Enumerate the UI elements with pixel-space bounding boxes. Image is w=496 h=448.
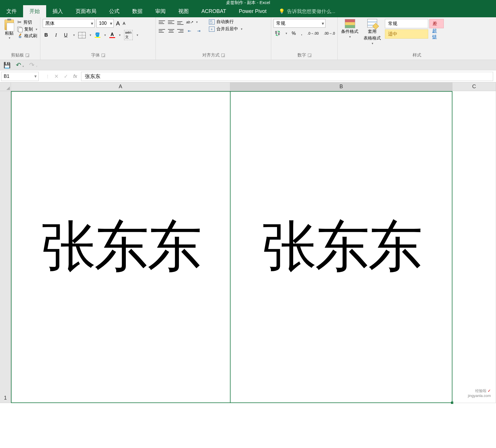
fx-icon[interactable]: fx — [73, 74, 77, 79]
cell-A1[interactable]: 张东东 — [11, 91, 230, 403]
table-label1: 套用 — [368, 29, 377, 34]
cell-style-bad[interactable]: 差 — [429, 19, 444, 28]
orientation-button[interactable]: ab↗ — [186, 19, 193, 25]
tab-formulas[interactable]: 公式 — [103, 5, 126, 17]
format-as-table-button[interactable]: 套用 表格格式 ▼ — [362, 19, 382, 45]
wen-char: 文 — [125, 35, 129, 39]
dialog-launcher-icon[interactable] — [26, 54, 29, 57]
tell-me-box[interactable]: 💡 告诉我您想要做什么... — [279, 5, 335, 17]
tab-acrobat[interactable]: ACROBAT — [195, 5, 233, 17]
group-styles: 条件格式 ▼ 套用 表格格式 ▼ 常规 差 适中 超链 样式 — [338, 17, 496, 60]
name-box[interactable]: B1 ▾ — [1, 72, 39, 81]
number-format-combo[interactable]: 常规 ▾ — [274, 19, 325, 28]
title-bar: 桌签制作 - 副本 - Excel — [0, 0, 496, 5]
tab-insert[interactable]: 插入 — [46, 5, 69, 17]
italic-button[interactable]: I — [53, 32, 59, 39]
wen-pinyin: wén — [125, 31, 132, 35]
font-group-label: 字体 — [91, 52, 100, 58]
paste-button[interactable]: 粘贴 ▼ — [2, 19, 16, 40]
cut-button[interactable]: ✂ 剪切 — [17, 19, 38, 25]
tab-powerpivot[interactable]: Power Pivot — [233, 5, 273, 17]
tab-view[interactable]: 视图 — [172, 5, 195, 17]
save-button[interactable]: 💾 — [3, 62, 11, 69]
select-all-corner[interactable] — [0, 82, 11, 91]
paste-icon — [5, 20, 14, 30]
fill-color-button[interactable]: 🪣 — [95, 32, 100, 38]
font-size-combo[interactable]: 100 ▾ — [96, 19, 114, 28]
format-painter-button[interactable]: 格式刷 — [17, 33, 38, 39]
merge-icon — [209, 27, 215, 32]
formula-input[interactable]: 张东东 — [81, 72, 493, 81]
shrink-font-button[interactable]: A — [122, 21, 126, 26]
font-name-combo[interactable]: 黑体 ▾ — [43, 19, 95, 28]
column-headers: A B C — [0, 82, 496, 91]
cell-B1-text: 张东东 — [262, 210, 421, 284]
cancel-formula-button[interactable]: ✕ — [54, 73, 59, 80]
cell-styles-gallery: 常规 差 适中 超链 — [385, 19, 444, 39]
wrap-label: 自动换行 — [216, 19, 234, 25]
chevron-down-icon: ▾ — [108, 21, 112, 26]
align-center-button[interactable] — [167, 28, 175, 34]
formula-value: 张东东 — [85, 73, 100, 80]
underline-button[interactable]: U — [62, 32, 69, 39]
phonetic-button[interactable]: wén 文 — [124, 30, 133, 40]
increase-decimal-button[interactable]: .0→.00 — [306, 31, 320, 36]
group-clipboard: 粘贴 ▼ ✂ 剪切 复制 ▼ 格式刷 剪贴板 — [0, 17, 40, 60]
conditional-formatting-button[interactable]: 条件格式 ▼ — [340, 19, 360, 38]
borders-button[interactable] — [78, 32, 86, 38]
cell-style-hyperlink[interactable]: 超链 — [429, 29, 444, 39]
accounting-format-button[interactable]: 💱 — [274, 30, 282, 37]
styles-group-label: 样式 — [413, 52, 421, 57]
decrease-decimal-button[interactable]: .00→.0 — [323, 31, 336, 36]
tab-file[interactable]: 文件 — [0, 5, 23, 17]
align-left-button[interactable] — [158, 28, 166, 34]
cell-B1[interactable]: 张东东 — [230, 91, 452, 403]
grow-font-button[interactable]: A — [115, 20, 120, 27]
cell-style-neutral[interactable]: 适中 — [385, 29, 428, 39]
chevron-down-icon: ▼ — [8, 37, 11, 39]
dialog-launcher-icon[interactable] — [221, 54, 225, 57]
bucket-icon: 🪣 — [95, 32, 100, 37]
merge-label: 合并后居中 — [216, 26, 238, 32]
tab-home[interactable]: 开始 — [23, 5, 46, 17]
column-header-A[interactable]: A — [11, 82, 230, 91]
font-color-button[interactable]: A — [109, 32, 115, 38]
row-header-1[interactable]: 1 — [0, 91, 11, 403]
grip-icon: ⋮ — [46, 74, 49, 79]
decrease-indent-button[interactable]: ⇤ — [186, 28, 193, 34]
align-middle-button[interactable] — [167, 19, 175, 25]
copy-button[interactable]: 复制 ▼ — [17, 27, 38, 32]
dialog-launcher-icon[interactable] — [308, 54, 311, 57]
align-top-button[interactable] — [158, 19, 166, 25]
bold-button[interactable]: B — [43, 32, 50, 39]
percent-button[interactable]: % — [291, 30, 297, 37]
comma-button[interactable]: , — [300, 30, 303, 37]
chevron-down-icon: ▼ — [349, 35, 351, 38]
enter-formula-button[interactable]: ✓ — [64, 73, 68, 80]
watermark-line2: jingyanla.com — [468, 394, 491, 398]
undo-button[interactable]: ↶ — [16, 61, 21, 69]
align-bottom-button[interactable] — [177, 19, 184, 25]
cell-style-normal[interactable]: 常规 — [385, 19, 428, 28]
cell-A1-text: 张东东 — [41, 210, 200, 284]
fill-swatch — [95, 37, 100, 38]
cut-label: 剪切 — [23, 20, 32, 25]
merge-center-button[interactable]: 合并后居中 ▼ — [209, 26, 243, 32]
align-right-button[interactable] — [177, 28, 184, 34]
conditional-formatting-icon — [345, 19, 355, 28]
dialog-launcher-icon[interactable] — [102, 54, 105, 57]
increase-indent-button[interactable]: ⇥ — [195, 28, 203, 34]
column-header-B[interactable]: B — [230, 82, 452, 91]
tell-me-text: 告诉我您想要做什么... — [287, 8, 335, 15]
watermark-line1: 经验啦 — [475, 389, 486, 393]
column-header-C[interactable]: C — [452, 82, 496, 91]
tab-review[interactable]: 审阅 — [149, 5, 172, 17]
wrap-text-button[interactable]: 自动换行 — [209, 19, 243, 25]
ribbon-tabs: 文件 开始 插入 页面布局 公式 数据 审阅 视图 ACROBAT Power … — [0, 5, 496, 17]
chevron-down-icon: ▾ — [23, 65, 24, 68]
tab-layout[interactable]: 页面布局 — [69, 5, 103, 17]
redo-button[interactable]: ↷ — [29, 61, 34, 69]
font-a-icon: A — [111, 32, 114, 37]
cell-C1[interactable] — [452, 91, 496, 403]
tab-data[interactable]: 数据 — [126, 5, 149, 17]
